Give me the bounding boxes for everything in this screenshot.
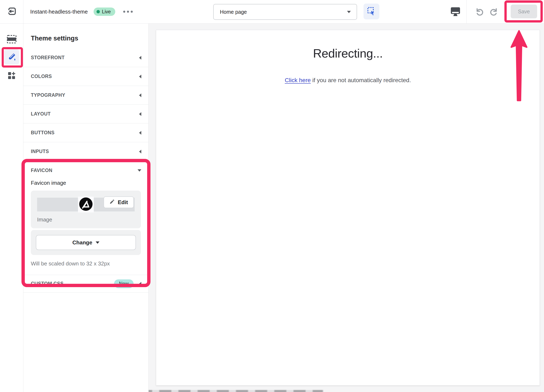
panel-title: Theme settings bbox=[31, 34, 141, 42]
save-button[interactable]: Save bbox=[511, 5, 537, 18]
sidebar-item-sections[interactable] bbox=[4, 32, 19, 47]
storefront-preview-frame: Redirecting... Click here if you are not… bbox=[156, 30, 540, 386]
theme-settings-panel: Theme settings STOREFRONT COLORS TYPOGRA… bbox=[23, 24, 149, 392]
desktop-preview-button[interactable] bbox=[450, 7, 461, 18]
sidebar-item-theme-settings[interactable] bbox=[4, 49, 19, 65]
accordion-label: FAVICON bbox=[31, 168, 52, 173]
topbar: Instant-headless-theme Live Home page bbox=[0, 0, 544, 24]
favicon-logo-icon bbox=[79, 197, 93, 212]
select-element-icon bbox=[367, 6, 376, 17]
accordion-label: BUTTONS bbox=[31, 130, 55, 136]
theme-name: Instant-headless-theme bbox=[30, 9, 88, 15]
edit-button-label: Edit bbox=[118, 199, 128, 206]
more-dots-icon bbox=[123, 11, 125, 13]
theme-settings-paintbrush-icon bbox=[7, 52, 16, 62]
chevron-left-icon bbox=[139, 56, 141, 60]
accordion-typography[interactable]: TYPOGRAPHY bbox=[23, 86, 148, 105]
chevron-left-icon bbox=[139, 150, 141, 154]
accordion-custom-css[interactable]: CUSTOM CSS New bbox=[23, 275, 148, 292]
title-group: Instant-headless-theme Live bbox=[30, 0, 135, 23]
new-badge: New bbox=[114, 279, 134, 288]
chevron-down-icon bbox=[138, 169, 141, 172]
accordion-label: STOREFRONT bbox=[31, 55, 65, 60]
chevron-left-icon bbox=[139, 93, 141, 97]
favicon-helper-text: Will be scaled down to 32 x 32px bbox=[31, 261, 141, 267]
select-element-button[interactable] bbox=[363, 4, 379, 19]
chevron-down-icon bbox=[96, 241, 99, 244]
storefront-preview-area: Redirecting... Click here if you are not… bbox=[149, 24, 544, 392]
chevron-left-icon bbox=[139, 282, 141, 286]
exit-editor-button[interactable] bbox=[5, 5, 18, 18]
desktop-preview-icon bbox=[450, 14, 461, 17]
accordion-colors[interactable]: COLORS bbox=[23, 67, 148, 86]
left-icon-rail bbox=[0, 24, 23, 392]
more-actions-button[interactable] bbox=[121, 8, 135, 16]
accordion-label: CUSTOM CSS bbox=[31, 281, 64, 286]
redo-icon bbox=[489, 14, 499, 17]
chevron-down-icon bbox=[347, 11, 351, 13]
redirect-message-text: if you are not automatically redirected. bbox=[311, 77, 411, 83]
topbar-divider bbox=[467, 0, 467, 23]
sidebar-item-apps[interactable] bbox=[4, 69, 19, 84]
favicon-image-card: Edit Image bbox=[31, 190, 141, 228]
favicon-change-card: Change bbox=[31, 230, 141, 255]
favicon-image-caption: Image bbox=[37, 216, 135, 223]
redirecting-heading: Redirecting... bbox=[156, 46, 540, 60]
theme-editor-app: Instant-headless-theme Live Home page bbox=[0, 0, 544, 392]
accordion-inputs[interactable]: INPUTS bbox=[23, 142, 148, 161]
undo-icon bbox=[474, 14, 484, 17]
favicon-image-strip: Edit bbox=[37, 198, 135, 211]
live-dot-icon bbox=[96, 10, 100, 13]
sections-icon bbox=[7, 35, 17, 44]
redo-button[interactable] bbox=[489, 7, 499, 18]
page-selector-value: Home page bbox=[220, 9, 247, 15]
undo-button[interactable] bbox=[474, 7, 484, 18]
apps-icon bbox=[7, 71, 16, 81]
accordion-label: TYPOGRAPHY bbox=[31, 92, 65, 98]
accordion-label: COLORS bbox=[31, 74, 52, 79]
click-here-link[interactable]: Click here bbox=[285, 77, 311, 83]
accordion-layout[interactable]: LAYOUT bbox=[23, 105, 148, 124]
accordion-favicon[interactable]: FAVICON bbox=[23, 161, 148, 180]
accordion-storefront[interactable]: STOREFRONT bbox=[23, 48, 148, 67]
redirect-message: Click here if you are not automatically … bbox=[156, 77, 540, 84]
page-selector-dropdown[interactable]: Home page bbox=[213, 4, 357, 20]
favicon-section-body: Favicon image bbox=[23, 180, 148, 267]
change-button-label: Change bbox=[72, 239, 92, 246]
edit-image-button[interactable]: Edit bbox=[104, 196, 134, 208]
topbar-rail bbox=[0, 0, 23, 23]
exit-icon bbox=[7, 6, 17, 17]
favicon-thumbnail bbox=[78, 197, 94, 213]
accordion-label: INPUTS bbox=[31, 149, 49, 154]
live-badge-label: Live bbox=[102, 9, 111, 15]
chevron-left-icon bbox=[139, 131, 141, 135]
pencil-icon bbox=[109, 199, 115, 206]
change-image-button[interactable]: Change bbox=[36, 235, 136, 250]
chevron-left-icon bbox=[139, 75, 141, 78]
accordion-buttons[interactable]: BUTTONS bbox=[23, 124, 148, 142]
accordion-label: LAYOUT bbox=[31, 111, 51, 117]
live-status-badge: Live bbox=[94, 7, 115, 16]
chevron-left-icon bbox=[139, 112, 141, 116]
favicon-image-label: Favicon image bbox=[31, 180, 141, 186]
